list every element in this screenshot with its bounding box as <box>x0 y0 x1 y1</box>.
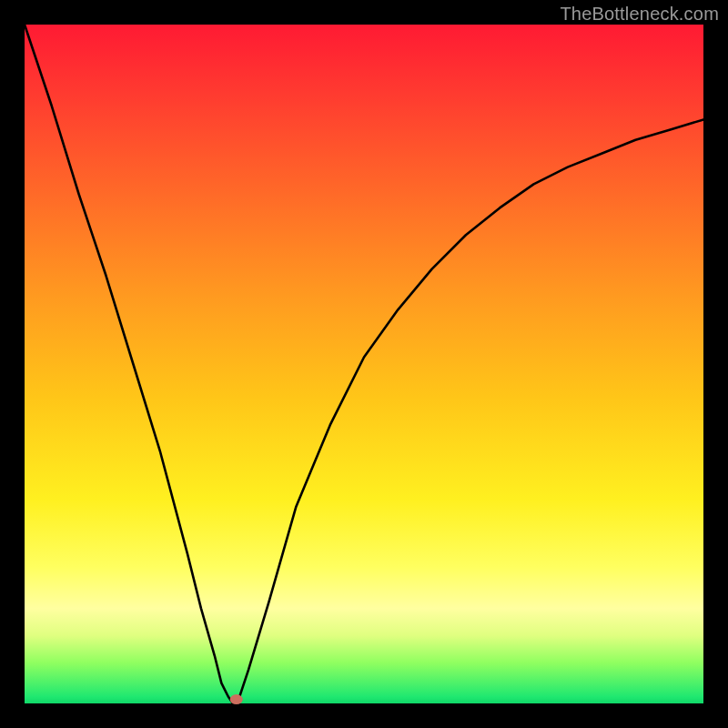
chart-frame: TheBottleneck.com <box>0 0 728 728</box>
plot-area <box>25 25 703 703</box>
watermark-text: TheBottleneck.com <box>560 4 719 25</box>
bottleneck-curve <box>25 25 703 703</box>
minimum-marker <box>230 694 243 704</box>
